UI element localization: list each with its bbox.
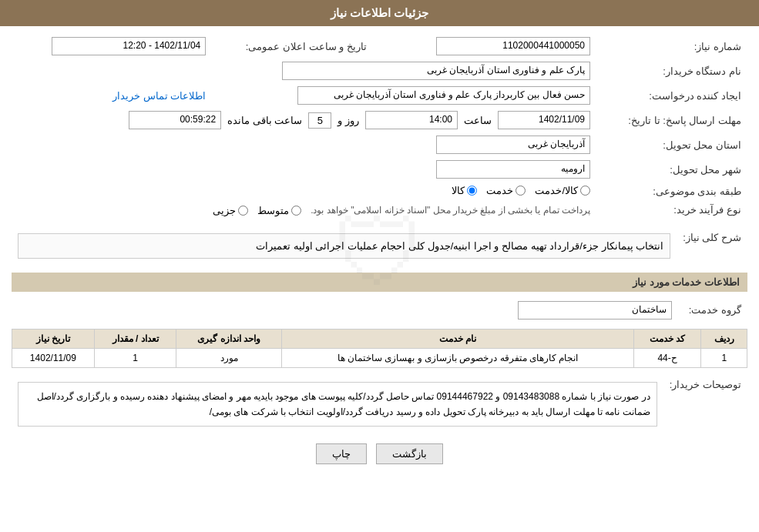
table-row: 1ح-44انجام کارهای متفرقه درخصوص بازسازی … xyxy=(12,348,747,367)
city-label: شهر محل تحویل: xyxy=(596,157,747,182)
creator-value: حسن فعال بین کاربرداز پارک علم و فناوری … xyxy=(212,83,596,108)
purchase-radio-partial[interactable] xyxy=(238,206,248,216)
buyer-org-field: پارک علم و فناوری استان آذربایجان غربی xyxy=(282,62,590,80)
info-table: شماره نیاز: 1102000441000050 تاریخ و ساع… xyxy=(12,34,747,219)
category-radio-kala-khedmat[interactable] xyxy=(580,186,590,196)
purchase-radio-medium[interactable] xyxy=(291,206,301,216)
page-title: جزئیات اطلاعات نیاز xyxy=(331,6,428,19)
purchase-type-row: پرداخت تمام یا بخشی از مبلغ خریدار محل "… xyxy=(12,201,596,219)
remaining-label: ساعت باقی مانده xyxy=(227,115,302,126)
city-value: ارومیه xyxy=(12,157,596,182)
col-header-quantity: تعداد / مقدار xyxy=(94,329,176,348)
buyer-org-label: نام دستگاه خریدار: xyxy=(596,59,747,83)
category-radio-khedmat[interactable] xyxy=(516,186,526,196)
col-header-row-num: ردیف xyxy=(701,329,747,348)
announce-date-value: 1402/11/04 - 12:20 xyxy=(12,34,212,59)
creator-label: ایجاد کننده درخواست: xyxy=(596,83,747,108)
province-label: استان محل تحویل: xyxy=(596,132,747,157)
response-deadline-row: 00:59:22 ساعت باقی مانده 5 روز و 14:00 س… xyxy=(12,108,596,132)
need-desc-value: انتخاب پیمانکار جزء/قرارداد تهیه مصالح و… xyxy=(12,226,677,266)
buyer-notes-section: توصیحات خریدار: در صورت نیاز با شماره 09… xyxy=(12,374,747,435)
creator-field: حسن فعال بین کاربرداز پارک علم و فناوری … xyxy=(297,86,590,105)
buyer-org-value: پارک علم و فناوری استان آذربایجان غربی xyxy=(12,59,596,83)
deadline-days-label: روز و xyxy=(338,115,359,126)
announce-date-label: تاریخ و ساعت اعلان عمومی: xyxy=(212,34,373,59)
main-content: 🛡 شماره نیاز: 1102000441000050 تاریخ و س… xyxy=(0,26,759,478)
purchase-type-label: نوع فرآیند خرید: xyxy=(596,201,747,219)
purchase-option-medium[interactable]: متوسط xyxy=(257,205,301,216)
contact-info-link[interactable]: اطلاعات تماس خریدار xyxy=(113,90,206,102)
buyer-notes-box: در صورت نیاز با شماره 09143483088 و 0914… xyxy=(18,382,657,427)
category-label: طبقه بندی موضوعی: xyxy=(596,182,747,201)
table-cell-5: 1402/11/09 xyxy=(12,348,95,367)
table-cell-1: ح-44 xyxy=(633,348,701,367)
page-header: جزئیات اطلاعات نیاز xyxy=(0,0,759,26)
need-number-label: شماره نیاز: xyxy=(596,34,747,59)
page-wrapper: جزئیات اطلاعات نیاز 🛡 شماره نیاز: 110200… xyxy=(0,0,759,532)
print-button[interactable]: چاپ xyxy=(316,443,367,464)
table-cell-3: مورد xyxy=(176,348,282,367)
service-group-value: ساختمان xyxy=(12,298,678,323)
deadline-time-field: 14:00 xyxy=(365,111,458,129)
service-group-field: ساختمان xyxy=(518,301,672,320)
table-cell-4: 1 xyxy=(94,348,176,367)
category-option-kala[interactable]: کالا xyxy=(452,185,477,196)
need-desc-label: شرح کلی نیاز: xyxy=(677,226,747,266)
category-radio-kala[interactable] xyxy=(467,186,477,196)
col-header-service-name: نام خدمت xyxy=(282,329,634,348)
col-header-unit: واحد اندازه گیری xyxy=(176,329,282,348)
services-section-title: اطلاعات خدمات مورد نیاز xyxy=(12,273,747,292)
category-row: کالا/خدمت خدمت کالا xyxy=(12,182,596,201)
need-description-section: شرح کلی نیاز: انتخاب پیمانکار جزء/قراردا… xyxy=(12,226,747,266)
col-header-service-code: کد خدمت xyxy=(633,329,701,348)
need-description-box: انتخاب پیمانکار جزء/قرارداد تهیه مصالح و… xyxy=(18,233,670,259)
services-table: ردیف کد خدمت نام خدمت واحد اندازه گیری ت… xyxy=(12,329,747,368)
need-number-field: 1102000441000050 xyxy=(436,37,590,55)
need-number-value: 1102000441000050 xyxy=(396,34,596,59)
category-option-khedmat[interactable]: خدمت xyxy=(486,185,526,196)
category-option-kala-khedmat[interactable]: کالا/خدمت xyxy=(535,185,590,196)
province-field: آذربایجان غربی xyxy=(436,136,590,154)
purchase-option-partial[interactable]: جزیی xyxy=(213,205,248,216)
city-field: ارومیه xyxy=(436,160,590,179)
announce-date-field: 1402/11/04 - 12:20 xyxy=(52,37,206,55)
deadline-time-label: ساعت xyxy=(464,115,492,126)
province-value: آذربایجان غربی xyxy=(12,132,596,157)
response-deadline-label: مهلت ارسال پاسخ: تا تاریخ: xyxy=(596,108,747,132)
buyer-notes-value: در صورت نیاز با شماره 09143483088 و 0914… xyxy=(12,374,663,435)
purchase-note: پرداخت تمام یا بخشی از مبلغ خریدار محل "… xyxy=(311,205,590,216)
deadline-days-value: 5 xyxy=(308,112,331,129)
back-button[interactable]: بازگشت xyxy=(376,443,443,464)
col-header-date: تاریخ نیاز xyxy=(12,329,95,348)
table-cell-0: 1 xyxy=(701,348,747,367)
service-group-label: گروه خدمت: xyxy=(678,298,747,323)
button-row: بازگشت چاپ xyxy=(12,443,747,464)
service-group-row: گروه خدمت: ساختمان xyxy=(12,298,747,323)
remaining-time-field: 00:59:22 xyxy=(129,111,221,129)
table-cell-2: انجام کارهای متفرقه درخصوص بازسازی و بهس… xyxy=(282,348,634,367)
deadline-date-field: 1402/11/09 xyxy=(498,111,590,129)
buyer-notes-label: توصیحات خریدار: xyxy=(663,374,747,435)
